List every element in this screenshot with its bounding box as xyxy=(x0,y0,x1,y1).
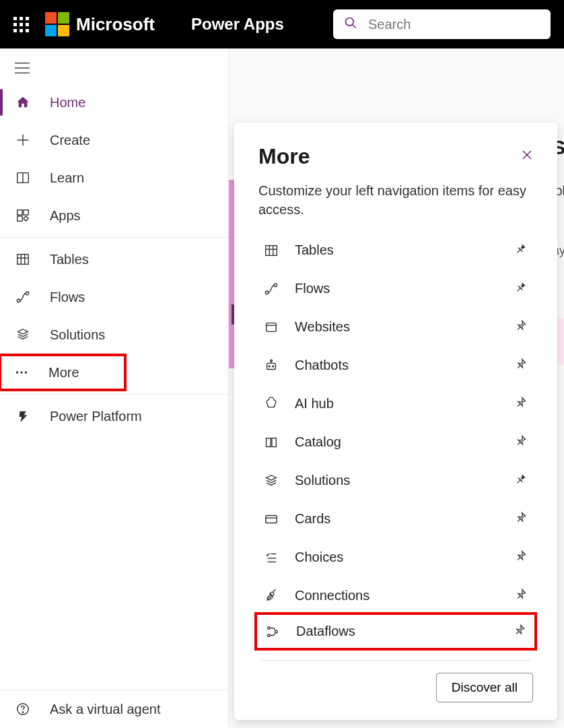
svg-point-37 xyxy=(273,366,274,367)
svg-rect-9 xyxy=(17,210,22,215)
search-icon xyxy=(344,16,357,32)
popover-divider xyxy=(261,660,530,661)
pin-icon[interactable] xyxy=(514,395,529,412)
pin-icon[interactable] xyxy=(514,510,529,527)
pin-icon[interactable] xyxy=(514,357,529,374)
nav-label: Solutions xyxy=(50,327,105,343)
discover-all-button[interactable]: Discover all xyxy=(436,673,533,702)
search-box[interactable] xyxy=(333,9,551,39)
item-label: Flows xyxy=(295,281,330,296)
unpin-icon[interactable] xyxy=(514,472,529,489)
nav-power-platform[interactable]: Power Platform xyxy=(0,397,228,435)
svg-point-16 xyxy=(17,299,20,302)
svg-rect-40 xyxy=(267,438,271,446)
table-icon xyxy=(15,251,31,267)
ai-hub-icon xyxy=(262,397,280,411)
nav-more[interactable]: More xyxy=(1,356,124,389)
svg-point-0 xyxy=(346,18,354,26)
svg-line-42 xyxy=(516,474,526,484)
website-icon xyxy=(262,320,280,335)
pin-icon[interactable] xyxy=(514,549,529,566)
nav-home[interactable]: Home xyxy=(0,84,228,121)
search-input[interactable] xyxy=(367,16,540,33)
more-item-choices[interactable]: Choices xyxy=(258,538,533,576)
app-title: Power Apps xyxy=(191,15,284,34)
nav-divider xyxy=(0,237,228,238)
more-item-chatbots[interactable]: Chatbots xyxy=(258,346,533,385)
pin-icon[interactable] xyxy=(513,623,528,640)
chatbot-icon xyxy=(262,358,280,373)
item-label: Chatbots xyxy=(295,358,349,373)
nav-create[interactable]: Create xyxy=(0,121,228,159)
svg-point-36 xyxy=(269,366,270,367)
nav-solutions[interactable]: Solutions xyxy=(0,316,228,354)
svg-line-32 xyxy=(516,282,526,292)
unpin-icon[interactable] xyxy=(514,242,529,259)
flow-icon xyxy=(262,282,280,296)
ask-virtual-agent[interactable]: Ask a virtual agent xyxy=(0,690,228,728)
more-popover: More Customize your left navigation item… xyxy=(234,123,557,720)
app-header: Microsoft Power Apps xyxy=(0,0,564,48)
nav-label: Home xyxy=(50,95,85,110)
nav-flows[interactable]: Flows xyxy=(0,278,228,316)
collapse-nav-button[interactable] xyxy=(0,48,228,84)
choices-icon xyxy=(262,550,280,565)
item-label: Cards xyxy=(295,511,330,527)
svg-line-29 xyxy=(516,244,526,254)
flow-icon xyxy=(15,289,31,305)
nav-label: Apps xyxy=(50,208,81,224)
more-item-catalog[interactable]: Catalog xyxy=(258,423,533,461)
item-label: Dataflows xyxy=(296,624,355,639)
plus-icon xyxy=(15,132,31,148)
popover-subtitle: Customize your left navigation items for… xyxy=(258,181,533,219)
item-label: Websites xyxy=(295,319,350,335)
microsoft-logo: Microsoft xyxy=(45,12,155,36)
pin-icon[interactable] xyxy=(514,434,529,451)
svg-point-31 xyxy=(274,284,277,287)
item-label: Catalog xyxy=(295,434,341,450)
svg-rect-41 xyxy=(272,438,276,446)
more-item-tables[interactable]: Tables xyxy=(258,231,533,269)
book-icon xyxy=(15,170,31,186)
catalog-icon xyxy=(262,435,280,450)
svg-rect-33 xyxy=(267,323,277,331)
more-item-solutions[interactable]: Solutions xyxy=(258,461,533,500)
apps-icon xyxy=(15,207,31,224)
close-button[interactable] xyxy=(521,149,533,164)
nav-label: Tables xyxy=(50,252,89,267)
more-item-cards[interactable]: Cards xyxy=(258,500,533,538)
home-icon xyxy=(15,94,31,110)
popover-title: More xyxy=(258,144,310,169)
nav-learn[interactable]: Learn xyxy=(0,159,228,197)
nav-apps[interactable]: Apps xyxy=(0,197,228,234)
svg-point-48 xyxy=(268,626,271,629)
nav-label: Flows xyxy=(50,290,85,305)
more-item-websites[interactable]: Websites xyxy=(258,308,533,346)
item-label: Solutions xyxy=(295,473,350,488)
pin-icon[interactable] xyxy=(514,319,529,335)
item-label: Choices xyxy=(295,550,343,565)
more-icon xyxy=(13,364,30,380)
nav-tables[interactable]: Tables xyxy=(0,240,228,278)
svg-line-1 xyxy=(353,25,356,28)
solutions-icon xyxy=(15,327,31,343)
svg-rect-35 xyxy=(267,363,276,369)
nav-label: Create xyxy=(50,133,90,148)
more-item-flows[interactable]: Flows xyxy=(258,269,533,308)
svg-point-22 xyxy=(22,712,23,713)
popover-list: Tables Flows Websites xyxy=(258,231,533,651)
nav-label: More xyxy=(48,365,79,380)
table-icon xyxy=(262,243,280,258)
card-icon xyxy=(262,512,280,527)
help-icon xyxy=(15,701,31,717)
pin-icon[interactable] xyxy=(514,587,529,604)
more-item-ai-hub[interactable]: AI hub xyxy=(258,385,533,423)
microsoft-logo-squares xyxy=(45,12,69,36)
svg-point-18 xyxy=(16,371,18,373)
app-launcher-icon[interactable] xyxy=(13,17,29,32)
more-item-dataflows[interactable]: Dataflows xyxy=(264,623,528,640)
item-label: Tables xyxy=(295,242,334,258)
svg-point-49 xyxy=(268,634,271,636)
more-item-connections[interactable]: Connections xyxy=(258,576,533,615)
unpin-icon[interactable] xyxy=(514,280,529,297)
